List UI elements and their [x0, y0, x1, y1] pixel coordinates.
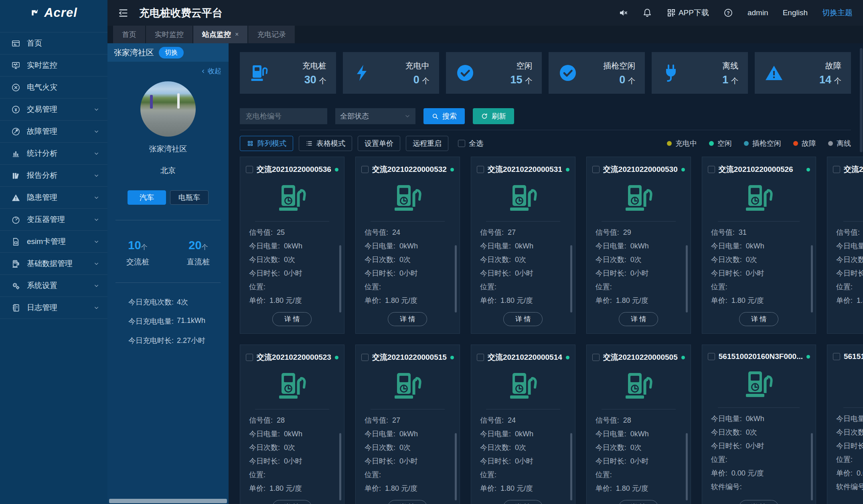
station-panel-header: 张家湾社区 切换	[107, 43, 229, 62]
menu-fold-icon[interactable]	[118, 8, 129, 18]
tab-首页[interactable]: 首页	[113, 26, 145, 43]
detail-button[interactable]: 详 情	[739, 312, 778, 326]
card-scrollbar[interactable]	[455, 433, 457, 500]
sidebar-item-base-data-management[interactable]: 基础数据管理	[0, 253, 107, 275]
vertical-scrollbar[interactable]	[860, 48, 863, 152]
charger-field: 单价: 1.80 元/度	[596, 482, 685, 495]
search-button[interactable]: 搜索	[423, 108, 465, 124]
charger-checkbox[interactable]	[361, 354, 369, 361]
charger-checkbox[interactable]	[477, 354, 484, 361]
charger-checkbox[interactable]	[246, 354, 253, 361]
books-icon	[11, 171, 20, 180]
mute-icon[interactable]	[618, 8, 628, 18]
card-scrollbar[interactable]	[811, 245, 813, 312]
charger-checkbox[interactable]	[592, 354, 600, 361]
language-switch[interactable]: English	[783, 8, 808, 17]
divider	[255, 221, 329, 222]
help-icon[interactable]: ?	[723, 8, 733, 18]
charger-checkbox[interactable]	[361, 166, 369, 173]
charger-field: 位置:	[836, 453, 863, 466]
card-scrollbar[interactable]	[455, 245, 457, 312]
card-scrollbar[interactable]	[570, 245, 572, 312]
app-download-link[interactable]: APP下载	[666, 8, 709, 18]
tab-充电记录[interactable]: 充电记录	[248, 26, 295, 43]
divider	[371, 409, 445, 409]
bell-icon[interactable]	[642, 8, 652, 18]
sidebar-item-label: 系统设置	[27, 280, 57, 291]
search-icon	[431, 113, 439, 120]
sidebar-item-fault-management[interactable]: 故障管理	[0, 121, 107, 143]
horizontal-scrollbar[interactable]	[109, 499, 227, 503]
charger-checkbox[interactable]	[833, 353, 840, 360]
sidebar-item-report-analysis[interactable]: 报告分析	[0, 165, 107, 187]
divider	[486, 409, 560, 409]
tab-close-icon[interactable]: ×	[235, 31, 239, 38]
charger-field: 今日次数: 0次	[480, 253, 569, 266]
charger-card: 交流20210220000505 信号值: 28 今日电量: 0kWh 今日次数…	[586, 345, 691, 504]
charger-field: 今日次数: 0次	[711, 425, 810, 439]
charger-field: 单价: 1.80 元/度	[480, 482, 569, 495]
card-scrollbar[interactable]	[811, 433, 813, 500]
card-scrollbar[interactable]	[686, 245, 688, 312]
charger-field: 今日次数: 0次	[596, 441, 685, 454]
vehicle-tab-电瓶车[interactable]: 电瓶车	[170, 190, 209, 205]
detail-button[interactable]: 详 情	[272, 500, 312, 504]
charger-checkbox[interactable]	[833, 166, 840, 173]
detail-button[interactable]: 详 情	[388, 312, 427, 326]
select-all[interactable]: 全选	[458, 139, 483, 148]
charger-field: 单价: 1.80 元/度	[836, 294, 863, 307]
legend-item: 充电中	[667, 139, 697, 148]
detail-button[interactable]: 详 情	[503, 500, 543, 504]
detail-button[interactable]: 详 情	[619, 312, 658, 326]
card-scrollbar[interactable]	[686, 433, 688, 500]
sidebar-item-realtime-monitor[interactable]: 实时监控	[0, 54, 107, 77]
sidebar-item-system-settings[interactable]: 系统设置	[0, 275, 107, 297]
station-switch-button[interactable]: 切换	[159, 47, 184, 58]
charger-field: 信号值: 31	[836, 226, 863, 239]
card-scrollbar[interactable]	[570, 433, 572, 500]
grid-mode-button[interactable]: 阵列模式	[240, 136, 293, 151]
tab-实时监控[interactable]: 实时监控	[146, 26, 192, 43]
charger-checkbox[interactable]	[592, 166, 600, 173]
tab-strip: 首页 实时监控 站点监控 × 充电记录	[107, 26, 863, 43]
vehicle-tab-汽车[interactable]: 汽车	[128, 190, 166, 205]
remote-restart-button[interactable]: 远程重启	[406, 136, 448, 151]
charger-field: 今日电量: 0kWh	[836, 412, 863, 425]
detail-button[interactable]: 详 情	[739, 500, 778, 504]
charger-card: 561510020160N3F000... 今日电量: 0kWh 今日次数: 0…	[702, 345, 816, 504]
card-scrollbar[interactable]	[339, 433, 341, 500]
user-name[interactable]: admin	[748, 8, 768, 17]
theme-switch-link[interactable]: 切换主题	[822, 8, 853, 18]
charger-checkbox[interactable]	[477, 166, 484, 173]
sidebar-item-statistics-analysis[interactable]: 统计分析	[0, 143, 107, 165]
detail-button[interactable]: 详 情	[503, 312, 543, 326]
detail-button[interactable]: 详 情	[388, 500, 427, 504]
charger-grid: 交流20210220000536 信号值: 25 今日电量: 0kWh 今日次数…	[240, 157, 851, 504]
table-mode-button[interactable]: 表格模式	[299, 136, 352, 151]
sidebar-item-log-management[interactable]: 日志管理	[0, 297, 107, 319]
charger-field: 今日次数: 0次	[365, 253, 454, 266]
refresh-button[interactable]: 刷新	[473, 108, 514, 124]
sidebar-item-home[interactable]: 首页	[0, 32, 107, 54]
detail-button[interactable]: 详 情	[272, 312, 312, 326]
sidebar-item-transformer-management[interactable]: 变压器管理	[0, 209, 107, 231]
sidebar-item-electric-fire[interactable]: 电气火灾	[0, 77, 107, 99]
card-scrollbar[interactable]	[339, 245, 341, 312]
detail-button[interactable]: 详 情	[619, 500, 658, 504]
charger-field: 今日电量: 0kWh	[711, 239, 810, 253]
select-all-checkbox[interactable]	[458, 140, 465, 147]
set-price-button[interactable]: 设置单价	[358, 136, 400, 151]
charger-checkbox[interactable]	[708, 166, 715, 173]
sidebar-item-trade-management[interactable]: ¥ 交易管理	[0, 99, 107, 121]
collapse-panel-link[interactable]: 收起	[107, 67, 229, 76]
chevron-down-icon	[93, 151, 99, 157]
status-select[interactable]: 全部状态	[335, 108, 415, 124]
gun-number-input[interactable]	[240, 108, 327, 124]
sidebar-item-esim-card-management[interactable]: esim卡管理	[0, 231, 107, 253]
sidebar-item-hazard-management[interactable]: 隐患管理	[0, 187, 107, 209]
divider	[371, 221, 445, 222]
charger-checkbox[interactable]	[246, 166, 253, 173]
charger-id: 561510020160N3F000...	[844, 352, 863, 361]
charger-checkbox[interactable]	[708, 353, 715, 360]
tab-站点监控[interactable]: 站点监控 ×	[193, 26, 247, 43]
